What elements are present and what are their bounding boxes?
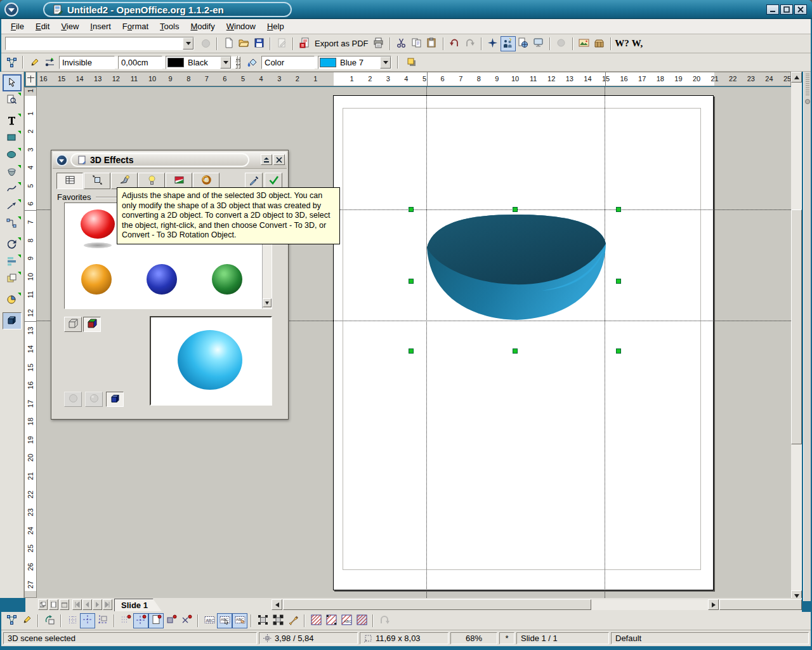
edit-points-button[interactable] bbox=[4, 55, 19, 70]
tool-rectangle[interactable] bbox=[3, 129, 22, 147]
horizontal-scrollbar[interactable] bbox=[272, 599, 802, 610]
pdf-document-button[interactable] bbox=[297, 36, 312, 51]
selection-handle[interactable] bbox=[409, 348, 414, 354]
tool-alignment[interactable] bbox=[3, 253, 22, 270]
favorite-green-sphere[interactable] bbox=[212, 264, 242, 295]
line-style-combobox[interactable] bbox=[59, 56, 115, 69]
menu-format[interactable]: Format bbox=[117, 20, 154, 33]
snap-to-margins-button[interactable] bbox=[148, 613, 164, 628]
presentation-helper-button[interactable] bbox=[501, 36, 516, 51]
fx-tab-geometry[interactable] bbox=[84, 173, 110, 189]
menu-view[interactable]: View bbox=[55, 20, 84, 33]
ruler-origin-box[interactable] bbox=[25, 72, 36, 86]
fill-color-combobox[interactable] bbox=[318, 56, 391, 69]
tool-curve[interactable] bbox=[3, 181, 22, 198]
scroll-left-button[interactable] bbox=[272, 599, 282, 610]
undo-button[interactable] bbox=[447, 36, 462, 51]
dialog-pin-button[interactable] bbox=[261, 154, 272, 165]
menu-tools[interactable]: Tools bbox=[154, 20, 185, 33]
snap-to-points-button[interactable] bbox=[179, 613, 194, 628]
fx-tab-favorites-grid[interactable] bbox=[56, 173, 83, 189]
snap-to-snap-lines-button[interactable] bbox=[133, 613, 148, 628]
minimize-button[interactable] bbox=[766, 4, 779, 15]
selection-handle[interactable] bbox=[616, 207, 621, 212]
edit-file-button[interactable] bbox=[274, 36, 289, 51]
status-zoom[interactable]: 68% bbox=[450, 632, 497, 644]
menu-modify[interactable]: Modify bbox=[185, 20, 220, 33]
fx-color-cube-button[interactable] bbox=[83, 317, 101, 332]
tool-ellipse[interactable] bbox=[3, 147, 22, 164]
copy-button[interactable] bbox=[409, 36, 424, 51]
view-mode-button-1[interactable] bbox=[38, 599, 48, 610]
show-snap-lines-button[interactable] bbox=[80, 613, 95, 628]
help-agent-button[interactable]: W, bbox=[630, 36, 645, 51]
fill-color-dropdown[interactable] bbox=[380, 56, 391, 69]
status-position[interactable]: 3,98 / 5,84 bbox=[259, 632, 358, 644]
tool-zoom-page[interactable] bbox=[3, 91, 22, 109]
vertical-scroll-thumb[interactable] bbox=[791, 209, 802, 444]
line-color-dropdown[interactable] bbox=[220, 56, 231, 69]
horizontal-ruler[interactable]: 1716151413121110987654321123456789101112… bbox=[37, 72, 791, 86]
favorite-blue-sphere[interactable] bbox=[147, 264, 177, 295]
view-mode-button-2[interactable] bbox=[49, 599, 58, 610]
tool-rotate[interactable] bbox=[3, 236, 22, 253]
fx-wire-cube-button[interactable] bbox=[64, 317, 82, 332]
status-layout[interactable]: Default bbox=[611, 632, 809, 644]
status-size[interactable]: 11,69 x 8,03 bbox=[360, 632, 449, 644]
3d-bowl-object[interactable] bbox=[424, 211, 609, 323]
shadow-button[interactable] bbox=[404, 55, 419, 70]
save-button[interactable] bbox=[251, 36, 266, 51]
status-slide[interactable]: Slide 1 / 1 bbox=[516, 632, 609, 644]
vertical-scrollbar[interactable] bbox=[791, 72, 802, 601]
previous-slide-button[interactable] bbox=[82, 599, 92, 610]
close-button[interactable] bbox=[794, 4, 807, 15]
snap-guide-vertical[interactable] bbox=[605, 87, 605, 598]
tool-line-arrow[interactable] bbox=[3, 198, 22, 215]
scroll-up-button[interactable] bbox=[791, 72, 802, 83]
menu-window[interactable]: Window bbox=[221, 20, 261, 33]
large-handles-button[interactable] bbox=[270, 613, 285, 628]
simple-handles-button[interactable] bbox=[255, 613, 270, 628]
gallery-button[interactable] bbox=[577, 36, 592, 51]
selection-handle[interactable] bbox=[513, 348, 518, 354]
navigator-star-button[interactable] bbox=[485, 36, 501, 51]
menu-edit[interactable]: Edit bbox=[30, 20, 55, 33]
helplines-moving-button[interactable] bbox=[95, 613, 110, 628]
glue-points-button[interactable] bbox=[19, 613, 34, 628]
dialog-menu-button[interactable] bbox=[56, 154, 68, 166]
quick-edit-button[interactable]: ABC bbox=[202, 613, 217, 628]
select-text-area-button[interactable]: ABC bbox=[217, 613, 232, 628]
double-click-text-button[interactable]: ABC bbox=[232, 613, 247, 628]
open-folder-button[interactable] bbox=[236, 36, 251, 51]
selection-handle[interactable] bbox=[616, 348, 621, 354]
monitor-button[interactable] bbox=[531, 36, 546, 51]
maximize-button[interactable] bbox=[780, 4, 793, 15]
view-mode-button-3[interactable] bbox=[60, 599, 69, 610]
menu-help[interactable]: Help bbox=[261, 20, 290, 33]
url-dropdown-button[interactable] bbox=[183, 37, 193, 50]
redo-button[interactable] bbox=[462, 36, 478, 51]
tool-text[interactable] bbox=[3, 112, 22, 129]
fill-color-value[interactable] bbox=[337, 56, 380, 69]
tool-arrange[interactable] bbox=[3, 270, 22, 288]
first-slide-button[interactable] bbox=[72, 599, 82, 610]
selection-handle[interactable] bbox=[409, 279, 414, 284]
url-input[interactable] bbox=[6, 37, 183, 50]
scroll-right-button[interactable] bbox=[708, 599, 719, 610]
line-color-value[interactable] bbox=[185, 56, 220, 69]
dialog-title-bar[interactable]: 3D Effects bbox=[53, 152, 287, 169]
dialog-close-button[interactable] bbox=[273, 154, 285, 165]
edit-points-button[interactable] bbox=[4, 613, 19, 628]
favorite-orange-sphere[interactable] bbox=[81, 264, 112, 295]
draft-all-button[interactable] bbox=[354, 613, 369, 628]
paste-button[interactable] bbox=[424, 36, 440, 51]
menu-insert[interactable]: Insert bbox=[84, 20, 117, 33]
selection-handle[interactable] bbox=[616, 279, 621, 284]
list-scroll-down[interactable] bbox=[263, 298, 272, 307]
arrow-style-button[interactable] bbox=[42, 55, 57, 70]
tool-effects-pie[interactable] bbox=[3, 291, 22, 308]
contour-mode-button[interactable] bbox=[324, 613, 339, 628]
cut-button[interactable] bbox=[394, 36, 409, 51]
favorite-red-sphere[interactable] bbox=[81, 209, 115, 239]
next-slide-button[interactable] bbox=[93, 599, 102, 610]
